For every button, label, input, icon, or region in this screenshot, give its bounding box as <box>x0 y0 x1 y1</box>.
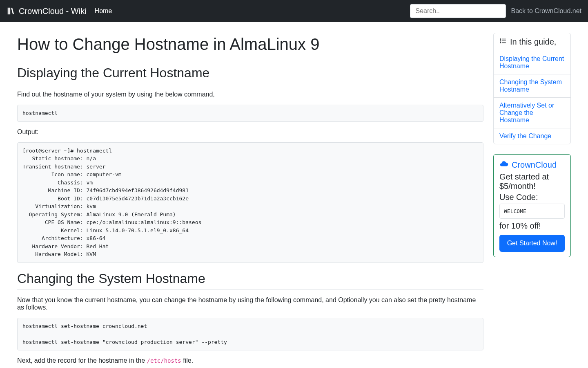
toc-item[interactable]: Displaying the Current Hostname <box>494 51 570 74</box>
promo-title: CrownCloud <box>499 159 565 171</box>
sidebar: In this guide, Displaying the Current Ho… <box>493 33 571 368</box>
promo-sub: Get started at $5/month! <box>499 172 565 191</box>
toc-item[interactable]: Verify the Change <box>494 128 570 144</box>
promo-off: for 10% off! <box>499 221 565 231</box>
svg-point-5 <box>500 43 501 43</box>
paragraph: Now that you know the current hostname, … <box>17 296 483 311</box>
brand-text: CrownCloud - Wiki <box>19 7 87 16</box>
section-heading-display: Displaying the Current Hostname <box>17 65 483 84</box>
output-label: Output: <box>17 128 483 136</box>
toc: In this guide, Displaying the Current Ho… <box>493 33 571 144</box>
nav-home[interactable]: Home <box>95 7 112 15</box>
code-block: hostnamectl set-hostname crowncloud.net … <box>17 318 483 351</box>
page-title: How to Change Hostname in AlmaLinux 9 <box>17 35 483 57</box>
get-started-button[interactable]: Get Started Now! <box>499 235 565 252</box>
navbar: CrownCloud - Wiki Home Back to CrownClou… <box>0 0 588 22</box>
paragraph: Next, add the record for the hostname in… <box>17 357 483 364</box>
paragraph: Find out the hostname of your system by … <box>17 91 483 98</box>
code-block-output: [root@server ~]# hostnamectl Static host… <box>17 142 483 263</box>
toc-item[interactable]: Changing the System Hostname <box>494 74 570 97</box>
inline-code: /etc/hosts <box>147 357 181 364</box>
svg-point-4 <box>500 40 501 41</box>
code-block: hostnamectl <box>17 105 483 122</box>
books-icon <box>7 7 16 16</box>
promo-code: WELCOME <box>499 204 565 219</box>
brand-link[interactable]: CrownCloud - Wiki <box>7 7 87 16</box>
promo-card: CrownCloud Get started at $5/month! Use … <box>493 154 571 257</box>
back-link[interactable]: Back to CrownCloud.net <box>511 7 581 15</box>
cloud-icon <box>499 159 508 171</box>
toc-header: In this guide, <box>494 33 570 51</box>
search-input[interactable] <box>410 4 506 18</box>
list-icon <box>499 37 507 47</box>
promo-label: Use Code: <box>499 193 565 202</box>
main-content: How to Change Hostname in AlmaLinux 9 Di… <box>17 29 483 368</box>
toc-item[interactable]: Alternatively Set or Change the Hostname <box>494 97 570 128</box>
section-heading-change: Changing the System Hostname <box>17 271 483 290</box>
svg-point-3 <box>500 39 501 40</box>
